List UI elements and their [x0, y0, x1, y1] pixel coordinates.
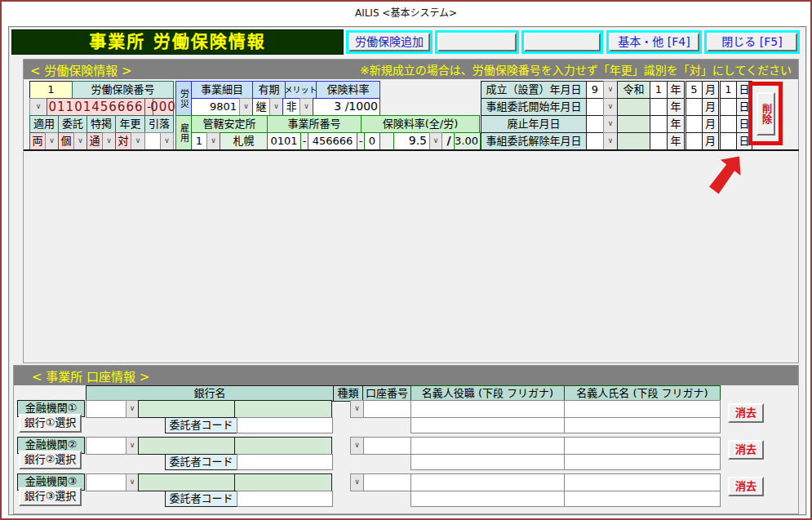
bank1-consignor-field[interactable]: [237, 417, 333, 433]
bank2-name-field[interactable]: [138, 437, 235, 455]
date-day-field-1[interactable]: [720, 98, 737, 116]
bank1-type-dropdown[interactable]: ∨: [350, 400, 364, 418]
koyo-rate-dropdown[interactable]: ∨: [429, 132, 442, 150]
bank1-code-dropdown[interactable]: ∨: [126, 400, 139, 418]
koyo-office-no-2[interactable]: 456666: [308, 132, 357, 150]
bank2-role-field[interactable]: [410, 437, 565, 455]
bank2-consignor-field[interactable]: [237, 454, 333, 470]
flag-dropdown-tokkei[interactable]: ∨: [102, 132, 116, 150]
date-code-field-2[interactable]: [586, 115, 604, 133]
bank2-role-kana-field[interactable]: [410, 454, 565, 470]
blank-button-1[interactable]: [437, 33, 517, 51]
bank3-account-field[interactable]: [363, 473, 411, 491]
date-code-dropdown-2[interactable]: ∨: [603, 115, 618, 133]
insurance-number-branch-field[interactable]: 000: [153, 98, 174, 116]
bank1-holder-kana-field[interactable]: [564, 417, 721, 433]
date-year-field-2[interactable]: [650, 115, 668, 133]
bank3-branch-field[interactable]: [234, 473, 332, 491]
date-code-dropdown-3[interactable]: ∨: [603, 132, 618, 150]
rosai-merit-field[interactable]: 非: [282, 98, 300, 116]
rosai-merit-dropdown[interactable]: ∨: [300, 98, 313, 116]
koyo-office-no-1[interactable]: 0101: [267, 132, 301, 150]
bank3-select-button[interactable]: 銀行③選択: [19, 487, 82, 506]
bank-col-bankname: 銀行名: [86, 385, 334, 402]
blank-button-2-frame: [521, 30, 603, 54]
flag-header-nenkou: 年更: [115, 115, 145, 133]
close-button[interactable]: 閉じる [F5]: [707, 33, 797, 51]
bank1-name-field[interactable]: [138, 400, 235, 418]
bank1-code-field[interactable]: [86, 400, 126, 418]
bank2-type-dropdown[interactable]: ∨: [350, 437, 364, 455]
rosai-rate-field[interactable]: 3 /1000: [313, 98, 380, 116]
blank-button-2[interactable]: [524, 33, 601, 51]
bank1-branch-field[interactable]: [234, 400, 332, 418]
date-year-field-3[interactable]: [650, 132, 668, 150]
bank2-holder-kana-field[interactable]: [564, 454, 721, 470]
date-code-field-0[interactable]: 9: [586, 81, 604, 99]
bank1-role-field[interactable]: [410, 400, 565, 418]
labor-section-bar: < 労働保険情報 > ※新規成立の場合は、労働保険番号を入力せず「年更」識別を「…: [24, 60, 798, 79]
add-labor-insurance-button[interactable]: 労働保険追加: [348, 33, 430, 51]
bank3-holder-field[interactable]: [564, 473, 721, 491]
date-month-unit-0: 月: [702, 81, 719, 99]
insurance-number-main-field[interactable]: 01101456666: [47, 98, 145, 116]
bank1-role-kana-field[interactable]: [410, 417, 565, 433]
date-code-dropdown-1[interactable]: ∨: [603, 98, 618, 116]
flag-value-itaku[interactable]: 個: [58, 132, 74, 150]
date-month-field-0[interactable]: 5: [686, 81, 703, 99]
dropdown-arrow-icon: ∨: [608, 137, 614, 145]
flag-value-tokkei[interactable]: 通: [87, 132, 103, 150]
bank1-account-field[interactable]: [363, 400, 411, 418]
flag-value-nenkou[interactable]: 対: [115, 132, 131, 150]
flag-value-hikiotoshi[interactable]: [144, 132, 161, 150]
bank1-clear-button[interactable]: 消去: [728, 403, 764, 423]
date-day-field-0[interactable]: 1: [720, 81, 737, 99]
bank2-select-button[interactable]: 銀行②選択: [19, 451, 82, 469]
flag-dropdown-tekiyou[interactable]: ∨: [45, 132, 59, 150]
insurance-number-dropdown[interactable]: ∨: [29, 98, 47, 116]
flag-dropdown-itaku[interactable]: ∨: [73, 132, 87, 150]
koyo-office-no-3[interactable]: 0: [364, 132, 380, 150]
bank2-holder-field[interactable]: [564, 437, 721, 455]
date-code-dropdown-0[interactable]: ∨: [603, 81, 618, 99]
bank1-holder-field[interactable]: [564, 400, 721, 418]
date-month-field-3[interactable]: [686, 132, 703, 150]
date-year-field-1[interactable]: [650, 98, 668, 116]
bank2-code-field[interactable]: [86, 437, 126, 455]
koyo-antei-dropdown[interactable]: ∨: [206, 132, 220, 150]
flag-value-tekiyou[interactable]: 両: [29, 132, 46, 150]
rosai-yuki-dropdown[interactable]: ∨: [269, 98, 283, 116]
basic-other-button[interactable]: 基本・他 [F4]: [609, 33, 699, 51]
rosai-saimoku-dropdown[interactable]: ∨: [239, 98, 253, 116]
date-day-field-2[interactable]: [720, 115, 737, 133]
bank3-code-field[interactable]: [86, 473, 126, 491]
bank3-clear-button[interactable]: 消去: [728, 477, 764, 496]
rosai-saimoku-field[interactable]: 9801: [191, 98, 240, 116]
bank3-role-field[interactable]: [410, 473, 565, 491]
date-code-field-1[interactable]: [586, 98, 604, 116]
dropdown-arrow-icon: ∨: [130, 405, 135, 413]
dropdown-arrow-icon: ∨: [49, 137, 55, 145]
rosai-yuki-field[interactable]: 継: [252, 98, 270, 116]
bank2-code-dropdown[interactable]: ∨: [126, 437, 139, 455]
bank2-account-field[interactable]: [363, 437, 411, 455]
koyo-rate-worker-field[interactable]: 3.00: [454, 132, 481, 150]
bank3-type-dropdown[interactable]: ∨: [350, 473, 364, 491]
date-month-field-2[interactable]: [686, 115, 703, 133]
bank3-role-kana-field[interactable]: [410, 491, 565, 507]
bank1-select-button[interactable]: 銀行①選択: [19, 414, 82, 433]
date-code-field-3[interactable]: [586, 132, 604, 150]
bank3-name-field[interactable]: [138, 473, 235, 491]
bank2-branch-field[interactable]: [234, 437, 332, 455]
flag-header-hikiotoshi: 引落: [144, 115, 174, 133]
date-month-field-1[interactable]: [686, 98, 703, 116]
koyo-rate-total-field[interactable]: 9.5: [393, 132, 430, 150]
bank3-holder-kana-field[interactable]: [564, 491, 721, 507]
bank3-consignor-field[interactable]: [237, 491, 333, 507]
koyo-antei-code-field[interactable]: 1: [191, 132, 207, 150]
bank2-clear-button[interactable]: 消去: [728, 440, 764, 460]
flag-dropdown-hikiotoshi[interactable]: ∨: [160, 132, 174, 150]
bank3-code-dropdown[interactable]: ∨: [126, 473, 139, 491]
date-year-field-0[interactable]: 1: [650, 81, 668, 99]
flag-dropdown-nenkou[interactable]: ∨: [131, 132, 145, 150]
